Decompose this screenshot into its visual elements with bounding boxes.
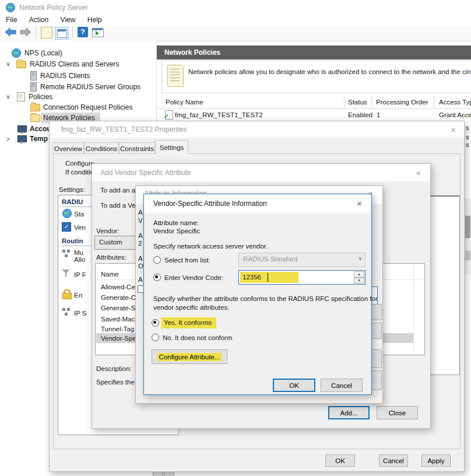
menu-action[interactable]: Action — [24, 14, 53, 26]
attributes-panel-sliver — [430, 195, 460, 375]
scrollbar[interactable] — [464, 198, 471, 274]
clipped-text-fragment: A — [138, 275, 143, 284]
properties-ok-button[interactable]: OK — [325, 454, 355, 467]
edge-fragment — [164, 471, 174, 476]
computer-icon — [17, 135, 27, 142]
vsa-cancel-button[interactable]: Cancel — [321, 379, 363, 392]
tab-settings[interactable]: Settings — [155, 140, 188, 154]
column-policy-name[interactable]: Policy Name — [166, 98, 203, 106]
attribute-row[interactable]: Tunnel-Tag — [101, 325, 134, 333]
add-button[interactable]: Add... — [328, 406, 370, 419]
results-pane-header: Network Policies — [157, 46, 471, 60]
chevron-down-icon[interactable]: ∨ — [5, 61, 12, 67]
menu-help[interactable]: Help — [83, 14, 107, 26]
policy-scroll-icon — [17, 92, 25, 102]
forward-icon[interactable] — [19, 27, 32, 38]
select-from-list-label[interactable]: Select from list: — [164, 256, 210, 264]
close-icon[interactable]: × — [357, 199, 362, 208]
lock-icon — [62, 289, 71, 298]
spinner-down-button[interactable]: ▼ — [354, 278, 364, 284]
settings-item-multilink-line2: Allo — [74, 256, 85, 264]
back-icon[interactable] — [4, 27, 17, 38]
scrollbar-thumb[interactable] — [465, 216, 470, 238]
close-icon[interactable]: × — [451, 125, 456, 134]
clipped-row-fragment: s — [466, 141, 469, 149]
vsa-information-title: Vendor-Specific Attribute Information — [153, 200, 267, 208]
vsa-information-titlebar[interactable]: Vendor-Specific Attribute Information × — [144, 194, 371, 213]
policy-status-cell: Enabled — [348, 111, 372, 119]
close-button[interactable]: Close — [377, 406, 418, 419]
menu-bar: File Action View Help — [0, 14, 471, 26]
vendor-code-input[interactable]: 12356 ▲ ▼ — [238, 270, 365, 285]
select-from-list-radio[interactable] — [153, 256, 161, 264]
configure-attribute-button[interactable]: Configure Attribute... — [152, 349, 227, 364]
menu-file[interactable]: File — [1, 14, 22, 26]
help-icon[interactable]: ? — [78, 27, 88, 37]
column-divider — [413, 264, 414, 354]
clipped-text-fragment: 2 — [138, 239, 142, 247]
column-status[interactable]: Status — [348, 98, 367, 106]
attribute-row[interactable]: Saved-Machi — [101, 315, 140, 323]
server-icon — [30, 71, 37, 80]
new-window-icon[interactable] — [92, 28, 104, 37]
chevron-down-icon[interactable]: ∨ — [5, 93, 12, 100]
folder-icon — [30, 104, 40, 111]
settings-item-standard[interactable]: Sta — [74, 210, 84, 218]
globe-icon — [12, 48, 21, 58]
conform-prompt-line1: Specify whether the attribute conforms t… — [153, 295, 378, 303]
settings-label: Settings: — [59, 186, 85, 194]
configure-attribute-label: Configure Attribute... — [157, 353, 222, 361]
tab-constraints[interactable]: Constraints — [119, 142, 155, 154]
app-icon — [6, 3, 15, 12]
chevron-right-icon[interactable]: > — [5, 136, 12, 142]
vendor-specific-check-icon: ✓ — [62, 222, 71, 232]
no-conform-radio[interactable] — [152, 334, 159, 341]
policy-table-row[interactable]: fmg_faz_RW_TEST1_TEST2 Enabled 1 Grant A… — [157, 109, 471, 120]
vendor-prompt: Specify network access server vendor. — [153, 242, 268, 250]
tab-overview[interactable]: Overview — [52, 142, 84, 154]
clipped-text-fragment: A — [138, 232, 143, 240]
settings-item-vendor-specific[interactable]: Ven — [74, 223, 86, 232]
export-list-icon[interactable] — [41, 27, 52, 38]
clipped-text-fragment: A — [138, 208, 143, 216]
yes-conforms-radio[interactable] — [152, 319, 159, 327]
spinner-up-button[interactable]: ▲ — [354, 271, 364, 278]
policies-description: Network policies allow you to designate … — [188, 68, 471, 76]
policy-order-cell: 1 — [377, 111, 380, 119]
settings-item-ip-filters[interactable]: IP F — [74, 271, 86, 279]
filter-icon — [62, 270, 70, 278]
close-icon[interactable]: × — [416, 169, 421, 177]
clipped-text-fragment: V — [138, 216, 143, 225]
column-processing-order[interactable]: Processing Order — [376, 98, 428, 106]
enter-vendor-code-radio[interactable] — [153, 274, 161, 281]
edge-fragment — [153, 471, 163, 476]
properties-dialog-titlebar[interactable]: fmg_faz_RW_TEST1_TEST2 Properties × — [50, 121, 464, 138]
settings-item-ip-settings[interactable]: IP S — [74, 309, 87, 317]
toolbar: ? — [0, 26, 471, 41]
add-vsa-titlebar[interactable]: Add Vendor Specific Attribute × — [92, 164, 430, 181]
policies-table-header: Policy Name Status Processing Order Acce… — [157, 96, 471, 109]
console-tree-icon[interactable] — [55, 27, 69, 40]
chevron-down-icon: ∨ — [358, 256, 362, 261]
column-access-type[interactable]: Access Typ — [439, 98, 471, 106]
menu-view[interactable]: View — [56, 14, 80, 26]
window-title: Network Policy Server — [19, 4, 88, 12]
network-nodes-icon — [62, 308, 71, 316]
yes-conforms-label[interactable]: Yes. It conforms — [161, 317, 216, 328]
enter-vendor-code-label[interactable]: Enter Vendor Code: — [164, 274, 223, 282]
vendor-code-value: 12356 — [240, 272, 298, 283]
no-conform-label[interactable]: No. It does not conform — [163, 334, 233, 342]
tab-conditions[interactable]: Conditions — [84, 142, 119, 154]
settings-item-encryption[interactable]: En — [74, 291, 82, 299]
attribute-name-value: Vendor Specific — [153, 227, 200, 235]
policy-name-cell: fmg_faz_RW_TEST1_TEST2 — [175, 111, 263, 119]
properties-apply-button[interactable]: Apply — [421, 454, 451, 467]
vsa-ok-button[interactable]: OK — [273, 379, 315, 392]
policies-description-panel: Network policies allow you to designate … — [161, 60, 471, 93]
clipped-text-fragment: A — [138, 254, 143, 262]
network-policy-server-window: Network Policy Server File Action View H… — [0, 0, 471, 476]
conform-prompt-line2: vendor specific attributes. — [153, 303, 229, 312]
vsa-information-dialog: Vendor-Specific Attribute Information × … — [143, 194, 372, 395]
attributes-name-column[interactable]: Name — [101, 270, 119, 278]
properties-cancel-button[interactable]: Cancel — [379, 454, 408, 467]
